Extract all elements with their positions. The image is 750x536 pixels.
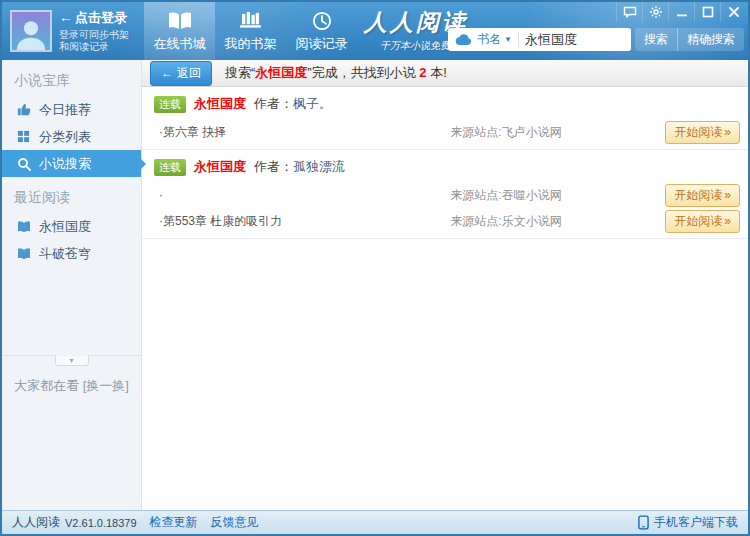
hot-section-title: 大家都在看 bbox=[14, 378, 79, 393]
close-icon bbox=[728, 6, 740, 18]
mobile-download[interactable]: 手机客户端下载 bbox=[638, 514, 738, 531]
refresh-link[interactable]: [换一换] bbox=[83, 378, 129, 393]
book-title: 永恒国度 bbox=[194, 95, 246, 113]
empty-area bbox=[142, 239, 748, 510]
source-site: 来源站点:吞噬小说网 bbox=[450, 187, 655, 204]
search-button[interactable]: 搜索 bbox=[635, 28, 677, 51]
sidebar-section-recent-reading: 最近阅读 bbox=[14, 189, 141, 207]
nav-tab-label: 在线书城 bbox=[154, 35, 206, 53]
bookshelf-icon bbox=[239, 10, 262, 32]
author-link[interactable]: 枫子。 bbox=[293, 95, 332, 113]
sidebar-divider: ▼ bbox=[2, 355, 141, 367]
cloud-icon bbox=[454, 33, 474, 46]
hot-section-header: 大家都在看 [换一换] bbox=[14, 377, 141, 395]
minimize-icon bbox=[676, 6, 688, 18]
main-content: ← 返回 搜索“永恒国度”完成，共找到小说 2 本! 连载 永恒国度 作者：枫子… bbox=[142, 60, 748, 510]
feedback-chat-button[interactable] bbox=[616, 2, 642, 22]
sidebar-item-recent-book-2[interactable]: 斗破苍穹 bbox=[2, 240, 141, 267]
thumbs-up-icon bbox=[15, 102, 32, 118]
status-bar: 人人阅读 V2.61.0.18379 检查更新 反馈意见 手机客户端下载 bbox=[2, 510, 748, 534]
book-icon bbox=[15, 219, 32, 235]
feedback-link[interactable]: 反馈意见 bbox=[211, 514, 259, 531]
summary-keyword: 永恒国度 bbox=[255, 65, 307, 80]
clock-icon bbox=[312, 10, 332, 32]
sidebar-item-recent-book-1[interactable]: 永恒国度 bbox=[2, 213, 141, 240]
sidebar-item-novel-search[interactable]: 小说搜索 bbox=[2, 150, 141, 177]
result-row: · 来源站点:吞噬小说网 开始阅读» bbox=[142, 182, 748, 208]
mobile-download-link[interactable]: 手机客户端下载 bbox=[654, 514, 738, 531]
double-arrow-icon: » bbox=[724, 214, 731, 228]
search-input[interactable] bbox=[519, 29, 631, 50]
sidebar-item-label: 分类列表 bbox=[39, 128, 91, 146]
nav-tab-my-shelf[interactable]: 我的书架 bbox=[215, 2, 286, 60]
collapse-tab-button[interactable]: ▼ bbox=[55, 355, 89, 366]
latest-chapter: ·第553章 杜康的吸引力 bbox=[159, 213, 450, 230]
back-arrow-icon: ← bbox=[161, 66, 173, 80]
app-name: 人人阅读 bbox=[12, 514, 60, 531]
nav-tab-book-store[interactable]: 在线书城 bbox=[144, 2, 215, 60]
result-header-bar: ← 返回 搜索“永恒国度”完成，共找到小说 2 本! bbox=[142, 60, 748, 87]
main-nav: 在线书城 我的书架 阅读记录 bbox=[144, 2, 357, 60]
close-button[interactable] bbox=[720, 2, 746, 22]
result-group: 连载 永恒国度 作者：枫子。 ·第六章 抉择 来源站点:飞卢小说网 开始阅读» bbox=[142, 87, 748, 150]
summary-count: 2 bbox=[419, 65, 426, 80]
back-arrow-icon: ← bbox=[59, 9, 73, 25]
search-category-dropdown[interactable]: 书名 ▼ bbox=[448, 32, 519, 47]
chevron-down-icon: ▼ bbox=[68, 357, 75, 364]
gear-icon bbox=[649, 5, 663, 19]
start-reading-button[interactable]: 开始阅读» bbox=[665, 121, 740, 144]
start-reading-button[interactable]: 开始阅读» bbox=[665, 184, 740, 207]
nav-tab-label: 阅读记录 bbox=[296, 35, 348, 53]
search-category-label: 书名 bbox=[477, 31, 501, 48]
sidebar-item-label: 永恒国度 bbox=[39, 218, 91, 236]
precise-search-button[interactable]: 精确搜索 bbox=[677, 28, 744, 51]
search-icon bbox=[15, 156, 32, 172]
sidebar: 小说宝库 今日推荐 分类列表 小说搜索 最近阅读 bbox=[2, 60, 142, 510]
login-subtitle: 登录可同步书架 和阅读记录 bbox=[59, 29, 129, 53]
latest-chapter: · bbox=[159, 188, 450, 202]
person-icon bbox=[12, 16, 50, 50]
source-site: 来源站点:乐文小说网 bbox=[450, 213, 655, 230]
search-box: 书名 ▼ bbox=[448, 28, 631, 51]
avatar[interactable] bbox=[10, 10, 52, 52]
serial-status-badge: 连载 bbox=[154, 96, 186, 113]
search-result-summary: 搜索“永恒国度”完成，共找到小说 2 本! bbox=[225, 64, 447, 82]
nav-tab-label: 我的书架 bbox=[225, 35, 277, 53]
book-title: 永恒国度 bbox=[194, 158, 246, 176]
result-row: ·第553章 杜康的吸引力 来源站点:乐文小说网 开始阅读» bbox=[142, 208, 748, 234]
version-number: V2.61.0.18379 bbox=[65, 517, 137, 529]
chat-bubble-icon bbox=[623, 6, 637, 18]
result-row: ·第六章 抉择 来源站点:飞卢小说网 开始阅读» bbox=[142, 119, 748, 145]
sidebar-item-label: 斗破苍穹 bbox=[39, 245, 91, 263]
login-button[interactable]: ←点击登录 bbox=[59, 9, 129, 26]
sidebar-item-label: 小说搜索 bbox=[39, 155, 91, 173]
header: ←点击登录 登录可同步书架 和阅读记录 在线书城 我的书架 bbox=[2, 2, 748, 60]
maximize-button[interactable] bbox=[694, 2, 720, 22]
app-window: ←点击登录 登录可同步书架 和阅读记录 在线书城 我的书架 bbox=[0, 0, 750, 536]
double-arrow-icon: » bbox=[724, 188, 731, 202]
minimize-button[interactable] bbox=[668, 2, 694, 22]
book-author: 作者：孤独漂流 bbox=[254, 158, 345, 176]
latest-chapter: ·第六章 抉择 bbox=[159, 124, 450, 141]
sidebar-item-today-recommend[interactable]: 今日推荐 bbox=[2, 96, 141, 123]
login-area: ←点击登录 登录可同步书架 和阅读记录 bbox=[2, 2, 142, 60]
author-link[interactable]: 孤独漂流 bbox=[293, 158, 345, 176]
check-update-link[interactable]: 检查更新 bbox=[150, 514, 198, 531]
app-version: 人人阅读 V2.61.0.18379 bbox=[12, 514, 137, 531]
window-controls bbox=[616, 2, 746, 22]
double-arrow-icon: » bbox=[724, 125, 731, 139]
back-button[interactable]: ← 返回 bbox=[150, 61, 212, 86]
open-book-icon bbox=[167, 10, 193, 32]
result-group-header: 连载 永恒国度 作者：孤独漂流 bbox=[142, 150, 748, 182]
settings-button[interactable] bbox=[642, 2, 668, 22]
result-group-header: 连载 永恒国度 作者：枫子。 bbox=[142, 87, 748, 119]
sidebar-spacer bbox=[2, 267, 141, 355]
sidebar-item-category-list[interactable]: 分类列表 bbox=[2, 123, 141, 150]
start-reading-button[interactable]: 开始阅读» bbox=[665, 210, 740, 233]
source-site: 来源站点:飞卢小说网 bbox=[450, 124, 655, 141]
book-icon bbox=[15, 246, 32, 262]
sidebar-section-novel-library: 小说宝库 bbox=[14, 72, 141, 90]
sidebar-item-label: 今日推荐 bbox=[39, 101, 91, 119]
nav-tab-reading-history[interactable]: 阅读记录 bbox=[286, 2, 357, 60]
book-author: 作者：枫子。 bbox=[254, 95, 332, 113]
